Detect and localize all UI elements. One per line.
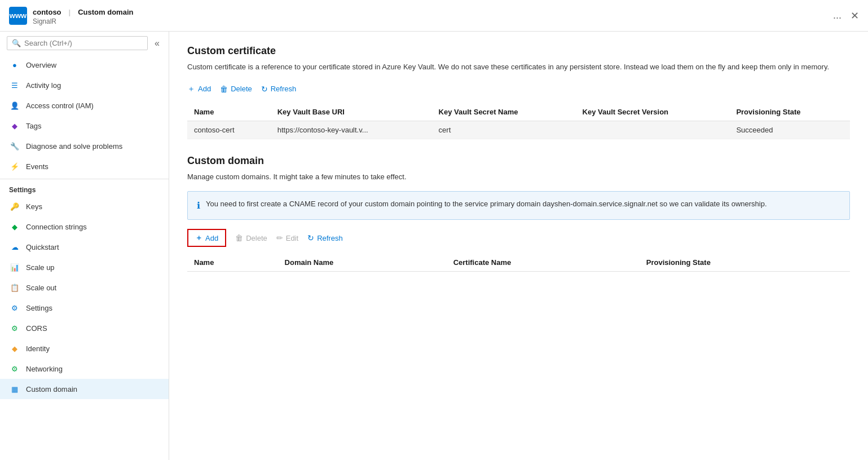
sidebar-item-label: Diagnose and solve problems xyxy=(26,142,122,151)
domain-refresh-icon: ↻ xyxy=(307,233,314,242)
sidebar-collapse-button[interactable]: « xyxy=(152,38,162,48)
cert-add-label: Add xyxy=(198,85,211,93)
custom-domain-title: Custom domain xyxy=(187,155,850,167)
title-bar: www contoso | Custom domain SignalR ... … xyxy=(0,0,868,32)
sidebar-item-label: Access control (IAM) xyxy=(26,101,94,110)
sidebar-item-label: Settings xyxy=(26,304,52,312)
sidebar-item-events[interactable]: ⚡ Events xyxy=(0,156,169,176)
sidebar-item-scale-out[interactable]: 📋 Scale out xyxy=(0,277,169,298)
search-input[interactable] xyxy=(24,39,143,47)
custom-certificate-desc: Custom certificate is a reference to you… xyxy=(187,61,850,73)
cert-col-secret-version: Key Vault Secret Version xyxy=(576,103,730,121)
resource-subtitle: SignalR xyxy=(33,17,833,25)
sidebar-item-access-control[interactable]: 👤 Access control (IAM) xyxy=(0,95,169,116)
access-control-icon: 👤 xyxy=(9,100,20,111)
keys-icon: 🔑 xyxy=(9,201,20,212)
certificate-table: Name Key Vault Base URI Key Vault Secret… xyxy=(187,103,850,139)
custom-certificate-section: Custom certificate Custom certificate is… xyxy=(187,45,850,139)
sidebar-item-custom-domain[interactable]: ▦ Custom domain xyxy=(0,379,169,399)
domain-add-icon: ＋ xyxy=(195,233,202,243)
sidebar-item-networking[interactable]: ⚙ Networking xyxy=(0,359,169,379)
sidebar-item-cors[interactable]: ⚙ CORS xyxy=(0,318,169,338)
cert-col-provisioning-state: Provisioning State xyxy=(729,103,850,121)
custom-domain-section: Custom domain Manage custom domains. It … xyxy=(187,155,850,272)
cert-add-icon: ＋ xyxy=(187,84,195,94)
sidebar-item-tags[interactable]: ◆ Tags xyxy=(0,116,169,136)
domain-refresh-button[interactable]: ↻ Refresh xyxy=(307,231,343,245)
sidebar-item-label: Quickstart xyxy=(26,243,59,251)
sidebar-item-settings[interactable]: ⚙ Settings xyxy=(0,298,169,318)
scale-up-icon: 📊 xyxy=(9,262,20,273)
cert-delete-icon: 🗑 xyxy=(220,85,228,94)
settings-section-title: Settings xyxy=(0,179,169,196)
sidebar-item-quickstart[interactable]: ☁ Quickstart xyxy=(0,237,169,257)
custom-domain-icon: ▦ xyxy=(9,383,20,395)
sidebar-item-label: CORS xyxy=(26,324,47,333)
page-title: Custom domain xyxy=(78,8,133,16)
resource-icon: www xyxy=(9,7,27,25)
cors-icon: ⚙ xyxy=(9,322,20,334)
table-row: contoso-cert https://contoso-key-vault.v… xyxy=(187,121,850,139)
sidebar-nav: ● Overview ☰ Activity log 👤 Access contr… xyxy=(0,55,169,460)
domain-col-cert-name: Certificate Name xyxy=(447,254,640,272)
cert-delete-label: Delete xyxy=(231,85,252,93)
cert-col-keyvault-uri: Key Vault Base URI xyxy=(271,103,432,121)
cert-refresh-label: Refresh xyxy=(271,85,297,93)
more-options-button[interactable]: ... xyxy=(833,10,841,21)
domain-toolbar: ＋ Add 🗑 Delete ✏ Edit ↻ Refresh xyxy=(187,229,850,247)
sidebar-item-label: Identity xyxy=(26,344,50,353)
sidebar-item-overview[interactable]: ● Overview xyxy=(0,55,169,75)
cert-name-cell: contoso-cert xyxy=(187,121,271,139)
sidebar-item-identity[interactable]: ◆ Identity xyxy=(0,338,169,359)
sidebar-item-label: Events xyxy=(26,162,49,171)
cert-delete-button[interactable]: 🗑 Delete xyxy=(220,82,252,96)
sidebar-item-connection-strings[interactable]: ◆ Connection strings xyxy=(0,216,169,237)
cert-secret-version-cell xyxy=(576,121,730,139)
sidebar-item-label: Scale up xyxy=(26,263,55,272)
search-row: 🔍 « xyxy=(0,32,169,55)
custom-certificate-title: Custom certificate xyxy=(187,45,850,57)
sidebar: 🔍 « ● Overview ☰ Activity log 👤 Access c… xyxy=(0,32,169,460)
main-content: Custom certificate Custom certificate is… xyxy=(169,32,868,460)
cert-provisioning-state-cell: Succeeded xyxy=(729,121,850,139)
sidebar-item-label: Connection strings xyxy=(26,223,87,231)
settings-icon: ⚙ xyxy=(9,302,20,313)
custom-domain-info-text: You need to first create a CNAME record … xyxy=(206,198,767,210)
domain-col-domain-name: Domain Name xyxy=(278,254,447,272)
domain-edit-button[interactable]: ✏ Edit xyxy=(276,231,298,245)
scale-out-icon: 📋 xyxy=(9,282,20,293)
cert-secret-name-cell: cert xyxy=(432,121,576,139)
sidebar-item-label: Activity log xyxy=(26,81,61,90)
domain-delete-button[interactable]: 🗑 Delete xyxy=(235,231,267,245)
sidebar-item-label: Scale out xyxy=(26,284,56,292)
sidebar-item-label: Tags xyxy=(26,122,41,130)
resource-name: contoso xyxy=(33,8,61,16)
quickstart-icon: ☁ xyxy=(9,241,20,253)
sidebar-item-label: Custom domain xyxy=(26,385,77,393)
domain-col-provisioning-state: Provisioning State xyxy=(640,254,850,272)
domain-delete-label: Delete xyxy=(246,234,267,242)
networking-icon: ⚙ xyxy=(9,363,20,374)
cert-col-name: Name xyxy=(187,103,271,121)
domain-add-button[interactable]: ＋ Add xyxy=(187,229,226,247)
custom-domain-desc: Manage custom domains. It might take a f… xyxy=(187,171,850,183)
domain-add-label: Add xyxy=(205,234,218,242)
search-box[interactable]: 🔍 xyxy=(7,36,148,50)
title-bar-text: contoso | Custom domain SignalR xyxy=(33,6,833,25)
activity-log-icon: ☰ xyxy=(9,79,20,91)
sidebar-item-activity-log[interactable]: ☰ Activity log xyxy=(0,75,169,95)
cert-add-button[interactable]: ＋ Add xyxy=(187,82,211,96)
sidebar-item-diagnose[interactable]: 🔧 Diagnose and solve problems xyxy=(0,136,169,156)
connection-strings-icon: ◆ xyxy=(9,221,20,232)
diagnose-icon: 🔧 xyxy=(9,140,20,152)
cert-keyvault-uri-cell: https://contoso-key-vault.v... xyxy=(271,121,432,139)
domain-edit-label: Edit xyxy=(286,234,298,242)
cert-refresh-icon: ↻ xyxy=(261,85,268,94)
sidebar-item-keys[interactable]: 🔑 Keys xyxy=(0,196,169,216)
close-button[interactable]: ✕ xyxy=(851,10,859,22)
sidebar-item-scale-up[interactable]: 📊 Scale up xyxy=(0,257,169,277)
tags-icon: ◆ xyxy=(9,120,20,131)
domain-edit-icon: ✏ xyxy=(276,233,283,242)
search-icon: 🔍 xyxy=(12,39,21,47)
cert-refresh-button[interactable]: ↻ Refresh xyxy=(261,82,297,96)
